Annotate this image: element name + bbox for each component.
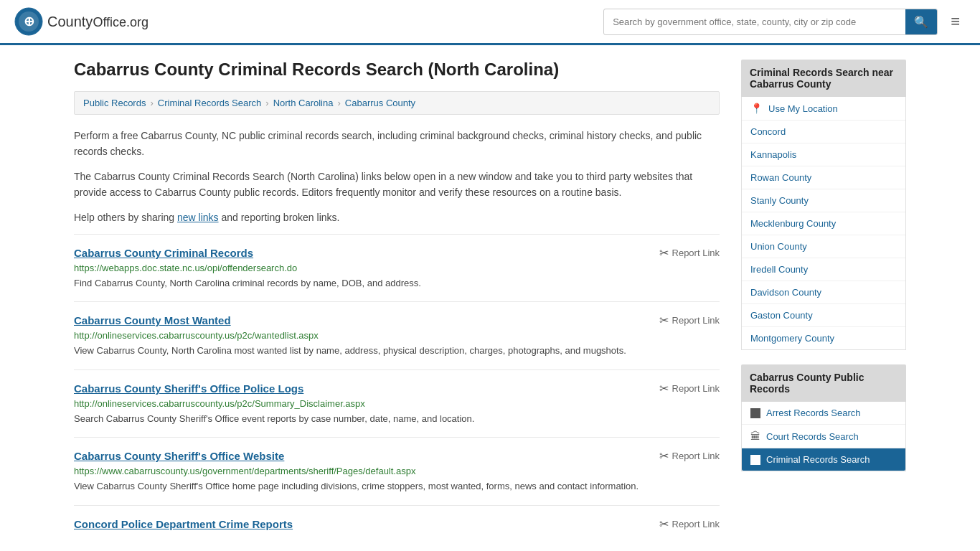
davidson-county-link[interactable]: Davidson County [750, 287, 821, 298]
result-item: Cabarrus County Criminal Records ✂ Repor… [74, 234, 720, 302]
menu-button[interactable]: ≡ [945, 9, 966, 34]
sidebar-public-records-title: Cabarrus County Public Records [741, 364, 906, 402]
result-item: Concord Police Department Crime Reports … [74, 505, 720, 545]
report-icon: ✂ [659, 314, 669, 327]
report-label: Report Link [672, 383, 720, 394]
result-item: Cabarrus County Most Wanted ✂ Report Lin… [74, 301, 720, 369]
search-bar: 🔍 [603, 9, 938, 35]
sidebar-item-davidson-county[interactable]: Davidson County [742, 281, 905, 304]
result-desc: Find Cabarrus County, North Carolina cri… [74, 276, 720, 291]
sidebar-item-gaston-county[interactable]: Gaston County [742, 304, 905, 327]
sidebar-nearby-title: Criminal Records Search near Cabarrus Co… [741, 60, 906, 97]
result-url[interactable]: https://webapps.doc.state.nc.us/opi/offe… [74, 263, 720, 273]
report-label: Report Link [672, 315, 720, 326]
sidebar-item-rowan-county[interactable]: Rowan County [742, 166, 905, 189]
sidebar-nearby-section: Criminal Records Search near Cabarrus Co… [741, 60, 906, 350]
logo-icon: ⊕ [14, 7, 43, 36]
union-county-link[interactable]: Union County [750, 241, 807, 252]
sidebar-item-mecklenburg-county[interactable]: Mecklenburg County [742, 212, 905, 235]
breadcrumb-nc[interactable]: North Carolina [273, 98, 334, 108]
description-para3: Help others by sharing new links and rep… [74, 209, 720, 225]
iredell-county-link[interactable]: Iredell County [750, 264, 808, 275]
criminal-records-link[interactable]: Criminal Records Search [766, 454, 870, 465]
breadcrumb-sep-3: › [337, 98, 340, 108]
description-para1: Perform a free Cabarrus County, NC publi… [74, 128, 720, 160]
court-records-link[interactable]: Court Records Search [766, 431, 859, 442]
arrest-records-link[interactable]: Arrest Records Search [766, 408, 861, 418]
result-header: Cabarrus County Most Wanted ✂ Report Lin… [74, 314, 720, 327]
description-para3-suffix: and reporting broken links. [219, 212, 340, 223]
montgomery-county-link[interactable]: Montgomery County [750, 333, 834, 344]
new-links-link[interactable]: new links [177, 212, 219, 223]
result-title[interactable]: Cabarrus County Sheriff's Office Website [74, 450, 284, 462]
logo-county: County [47, 14, 93, 29]
result-url[interactable]: http://onlineservices.cabarruscounty.us/… [74, 398, 720, 409]
report-link[interactable]: ✂ Report Link [659, 382, 720, 395]
logo-suffix: Office.org [93, 15, 149, 29]
result-header: Cabarrus County Sheriff's Office Police … [74, 382, 720, 395]
gaston-county-link[interactable]: Gaston County [750, 310, 813, 321]
breadcrumb-sep-2: › [265, 98, 268, 108]
report-link[interactable]: ✂ Report Link [659, 314, 720, 327]
report-icon: ✂ [659, 382, 669, 395]
report-icon: ✂ [659, 517, 669, 531]
report-label: Report Link [672, 451, 720, 461]
logo-text: CountyOffice.org [47, 14, 149, 30]
sidebar-use-my-location[interactable]: 📍 Use My Location [742, 97, 905, 121]
sidebar-public-records-section: Cabarrus County Public Records Arrest Re… [741, 364, 906, 471]
report-label: Report Link [672, 248, 720, 258]
result-desc: View Cabarrus County, North Carolina mos… [74, 344, 720, 358]
content-area: Cabarrus County Criminal Records Search … [74, 60, 720, 545]
sidebar-item-iredell-county[interactable]: Iredell County [742, 258, 905, 281]
sidebar-item-stanly-county[interactable]: Stanly County [742, 189, 905, 212]
search-button[interactable]: 🔍 [905, 9, 937, 34]
sidebar-item-union-county[interactable]: Union County [742, 235, 905, 258]
report-link[interactable]: ✂ Report Link [659, 517, 720, 531]
location-icon: 📍 [750, 103, 763, 114]
result-url[interactable]: http://onlineservices.cabarruscounty.us/… [74, 330, 720, 341]
result-desc: Search Cabarrus County Sheriff's Office … [74, 412, 720, 426]
sidebar-item-montgomery-county[interactable]: Montgomery County [742, 327, 905, 349]
result-header: Cabarrus County Criminal Records ✂ Repor… [74, 246, 720, 260]
description-para3-prefix: Help others by sharing [74, 212, 177, 223]
breadcrumb-public-records[interactable]: Public Records [83, 98, 146, 108]
sidebar-item-concord[interactable]: Concord [742, 121, 905, 143]
header-right: 🔍 ≡ [603, 9, 966, 35]
report-icon: ✂ [659, 449, 669, 463]
use-my-location-link[interactable]: Use My Location [768, 103, 838, 114]
square-icon [750, 408, 760, 418]
breadcrumb-sep-1: › [150, 98, 153, 108]
svg-text:⊕: ⊕ [24, 14, 34, 29]
stanly-county-link[interactable]: Stanly County [750, 195, 809, 206]
result-header: Concord Police Department Crime Reports … [74, 517, 720, 531]
concord-link[interactable]: Concord [750, 126, 786, 137]
logo-area: ⊕ CountyOffice.org [14, 7, 149, 36]
result-title[interactable]: Cabarrus County Criminal Records [74, 247, 253, 259]
report-icon: ✂ [659, 246, 669, 260]
breadcrumb: Public Records › Criminal Records Search… [74, 91, 720, 115]
result-item: Cabarrus County Sheriff's Office Police … [74, 369, 720, 438]
sidebar-nearby-links: 📍 Use My Location Concord Kannapolis Row… [741, 97, 906, 350]
sidebar-criminal-records[interactable]: Criminal Records Search [742, 448, 905, 471]
result-title[interactable]: Cabarrus County Most Wanted [74, 314, 231, 326]
square-icon-active [750, 455, 760, 465]
report-link[interactable]: ✂ Report Link [659, 449, 720, 463]
building-icon: 🏛 [750, 430, 760, 442]
result-title[interactable]: Cabarrus County Sheriff's Office Police … [74, 382, 303, 395]
report-link[interactable]: ✂ Report Link [659, 246, 720, 260]
sidebar-court-records[interactable]: 🏛 Court Records Search [742, 425, 905, 448]
search-input[interactable] [604, 11, 905, 33]
sidebar-arrest-records[interactable]: Arrest Records Search [742, 402, 905, 425]
description-para2: The Cabarrus County Criminal Records Sea… [74, 169, 720, 201]
breadcrumb-cabarrus[interactable]: Cabarrus County [345, 98, 415, 108]
mecklenburg-county-link[interactable]: Mecklenburg County [750, 218, 836, 229]
rowan-county-link[interactable]: Rowan County [750, 172, 811, 183]
sidebar-item-kannapolis[interactable]: Kannapolis [742, 143, 905, 166]
breadcrumb-criminal-records[interactable]: Criminal Records Search [158, 98, 262, 108]
result-title[interactable]: Concord Police Department Crime Reports [74, 518, 293, 530]
result-item: Cabarrus County Sheriff's Office Website… [74, 437, 720, 505]
result-header: Cabarrus County Sheriff's Office Website… [74, 449, 720, 463]
result-url[interactable]: https://www.cabarruscounty.us/government… [74, 466, 720, 476]
kannapolis-link[interactable]: Kannapolis [750, 149, 796, 160]
result-desc: View Cabarrus County Sheriff's Office ho… [74, 479, 720, 494]
